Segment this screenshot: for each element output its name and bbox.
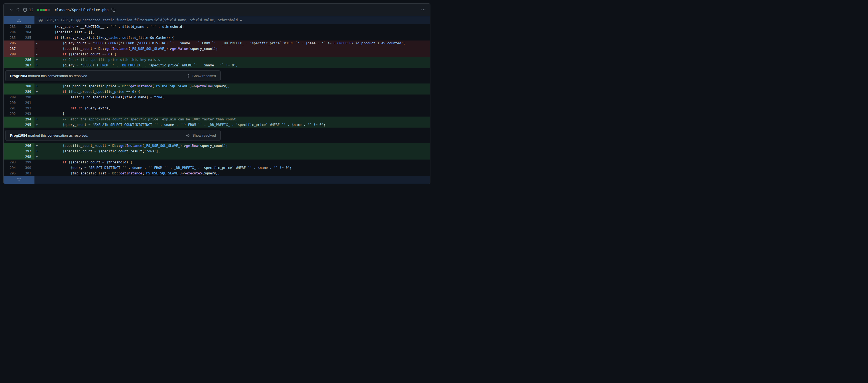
line-number-new[interactable]: 299 xyxy=(19,160,34,165)
line-number-old[interactable] xyxy=(4,63,19,68)
code-token: $ xyxy=(258,166,260,170)
expand-all-button[interactable] xyxy=(16,8,20,12)
line-number-old[interactable]: 290 xyxy=(4,100,19,105)
diff-marker xyxy=(34,160,39,165)
code-token: ) { xyxy=(134,90,141,94)
code-token: $ xyxy=(70,90,72,94)
code-token xyxy=(39,149,63,153)
expand-down-button[interactable] xyxy=(4,176,34,184)
code-token: getInstance xyxy=(106,47,128,51)
code-token: name . xyxy=(182,41,196,45)
diff-marker: + xyxy=(34,57,39,63)
code-token: specific_count < xyxy=(72,160,106,164)
line-number-old[interactable]: 285 xyxy=(4,35,19,40)
file-name-link[interactable]: classes/SpecificPrice.php xyxy=(55,8,108,12)
diff-row: 288- if ($specific_count == 0) { xyxy=(4,52,430,57)
code-token: ; xyxy=(323,123,326,127)
code-line: + $query = 'SELECT 1 FROM `' . _DB_PREFI… xyxy=(34,63,430,68)
line-number-new[interactable]: 283 xyxy=(19,24,34,30)
code-token: query = xyxy=(72,166,89,170)
line-number-new[interactable]: 292 xyxy=(19,105,34,111)
line-number-old[interactable] xyxy=(4,117,19,122)
code-token: ( xyxy=(66,160,70,164)
line-number-new[interactable]: 289 xyxy=(19,89,34,95)
line-number-old[interactable] xyxy=(4,89,19,95)
line-number-new[interactable]: 286 xyxy=(19,57,34,63)
code-token: $ xyxy=(134,36,136,40)
expand-down-icon xyxy=(17,178,21,182)
collapse-file-button[interactable] xyxy=(9,8,13,12)
line-number-old[interactable]: 286 xyxy=(4,40,19,46)
code-token: '` FROM `' xyxy=(148,166,168,170)
diff-row: 295301 $tmp_specific_list = Db::getInsta… xyxy=(4,170,430,176)
line-number-new[interactable]: 290 xyxy=(19,95,34,100)
show-resolved-button[interactable]: Show resolved xyxy=(186,74,216,78)
code-token: ( xyxy=(142,144,144,148)
line-number-new[interactable]: 297 xyxy=(19,149,34,154)
line-number-new[interactable]: 298 xyxy=(19,154,34,160)
code-token: query = xyxy=(64,63,81,67)
diff-marker xyxy=(34,95,39,100)
code-line: - $specific_count = Db::getInstance(_PS_… xyxy=(34,46,430,52)
line-number-new[interactable] xyxy=(19,52,34,57)
copy-path-button[interactable] xyxy=(112,8,116,12)
code-token: 'SELECT COUNT(*) FROM (SELECT DISTINCT `… xyxy=(92,41,174,45)
line-number-new[interactable]: 295 xyxy=(19,122,34,128)
line-number-old[interactable]: 294 xyxy=(4,165,19,170)
line-number-old[interactable] xyxy=(4,143,19,149)
shield-count-button[interactable]: 12 xyxy=(23,8,33,12)
line-number-new[interactable]: 287 xyxy=(19,63,34,68)
code-line: return $query_extra; xyxy=(34,105,430,111)
diff-marker: + xyxy=(34,122,39,128)
code-token xyxy=(39,171,70,175)
expand-row-fill xyxy=(34,176,430,184)
line-number-old[interactable] xyxy=(4,149,19,154)
line-number-new[interactable]: 288 xyxy=(19,84,34,89)
diff-row: 297+ $specific_count = $specific_count_r… xyxy=(4,149,430,154)
line-number-new[interactable]: 294 xyxy=(19,117,34,122)
diff-marker: + xyxy=(34,84,39,89)
diff-row: 286+ // Check if a specific price with t… xyxy=(4,57,430,63)
line-number-old[interactable]: 295 xyxy=(4,170,19,176)
code-token: // Fetch the approximate count of specif… xyxy=(39,117,238,121)
line-number-old[interactable]: 284 xyxy=(4,30,19,35)
code-line xyxy=(34,100,430,105)
code-token xyxy=(39,144,63,148)
diff-marker xyxy=(34,111,39,117)
line-number-old[interactable]: 287 xyxy=(4,46,19,52)
line-number-old[interactable]: 288 xyxy=(4,52,19,57)
code-token: getInstance xyxy=(120,171,142,175)
line-number-old[interactable] xyxy=(4,154,19,160)
line-number-new[interactable] xyxy=(19,46,34,52)
line-number-old[interactable] xyxy=(4,84,19,89)
line-number-old[interactable]: 292 xyxy=(4,111,19,117)
diff-row: 285285 if (!array_key_exists($key_cache,… xyxy=(4,35,430,40)
expand-up-button[interactable] xyxy=(4,16,34,24)
line-number-old[interactable] xyxy=(4,122,19,128)
line-number-old[interactable]: 291 xyxy=(4,105,19,111)
line-number-new[interactable]: 284 xyxy=(19,30,34,35)
line-number-new[interactable]: 293 xyxy=(19,111,34,117)
code-line: - $query_count = 'SELECT COUNT(*) FROM (… xyxy=(34,40,430,46)
line-number-old[interactable]: 283 xyxy=(4,24,19,30)
show-resolved-label: Show resolved xyxy=(192,133,216,137)
code-token: $ xyxy=(55,30,57,34)
line-number-old[interactable]: 289 xyxy=(4,95,19,100)
code-token: ( xyxy=(66,52,70,56)
line-number-new[interactable]: 291 xyxy=(19,100,34,105)
file-options-button[interactable] xyxy=(421,7,426,12)
code-line: $tmp_specific_list = Db::getInstance(_PS… xyxy=(34,170,430,176)
line-number-new[interactable]: 300 xyxy=(19,165,34,170)
code-token: query_count); xyxy=(192,47,218,51)
diff-row: 288+ $has_product_specific_price = Db::g… xyxy=(4,84,430,89)
shield-count: 12 xyxy=(29,8,33,12)
line-number-new[interactable] xyxy=(19,40,34,46)
line-number-old[interactable] xyxy=(4,57,19,63)
line-number-new[interactable]: 301 xyxy=(19,170,34,176)
diff-row: 294300 $query = 'SELECT DISTINCT `' . $n… xyxy=(4,165,430,170)
line-number-old[interactable]: 293 xyxy=(4,160,19,165)
show-resolved-button[interactable]: Show resolved xyxy=(186,133,216,137)
diff-row: 287+ $query = 'SELECT 1 FROM `' . _DB_PR… xyxy=(4,63,430,68)
line-number-new[interactable]: 296 xyxy=(19,143,34,149)
line-number-new[interactable]: 285 xyxy=(19,35,34,40)
